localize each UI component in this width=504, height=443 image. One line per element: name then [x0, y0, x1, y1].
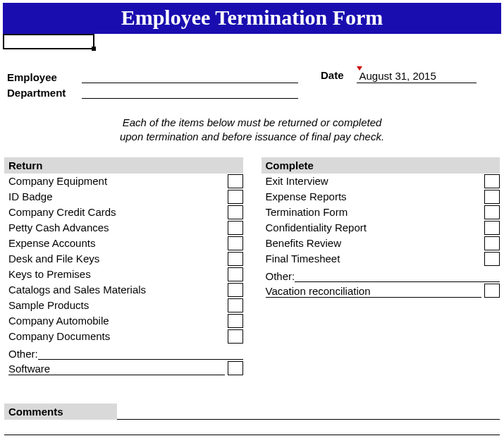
date-input-line[interactable]: August 31, 2015: [357, 69, 477, 83]
department-input-line[interactable]: [82, 85, 298, 99]
return-item-label: Desk and File Keys: [8, 253, 225, 265]
complete-item-label: Final Timesheet: [266, 253, 482, 265]
complete-other-label: Other:: [266, 270, 295, 282]
instructions-line2: upon termination and before issuance of …: [120, 131, 384, 142]
return-item-checkbox[interactable]: [228, 221, 243, 235]
comments-line-2[interactable]: [4, 420, 500, 435]
checklist-columns: Return Company EquipmentID BadgeCompany …: [4, 157, 500, 375]
complete-item-label: Expense Reports: [266, 190, 482, 202]
return-item-label: Expense Accounts: [8, 237, 225, 249]
return-item-checkbox[interactable]: [228, 205, 243, 219]
return-item-row: Sample Products: [4, 298, 243, 313]
return-items: Company EquipmentID BadgeCompany Credit …: [4, 174, 243, 344]
return-write-in-text[interactable]: Software: [8, 363, 225, 375]
return-item-row: Company Credit Cards: [4, 205, 243, 220]
complete-item-checkbox[interactable]: [484, 174, 500, 188]
complete-item-checkbox[interactable]: [484, 252, 500, 266]
complete-item-label: Confidentiality Report: [266, 222, 482, 233]
active-cell-outline[interactable]: [3, 34, 94, 49]
return-item-row: ID Badge: [4, 189, 243, 205]
return-item-row: Desk and File Keys: [4, 251, 243, 267]
complete-item-row: Benefits Review: [262, 236, 500, 251]
return-item-checkbox[interactable]: [228, 236, 243, 250]
instructions-line1: Each of the items below must be returned…: [123, 116, 382, 128]
form-title-bar: Employee Termination Form: [3, 3, 501, 34]
comments-label: Comments: [4, 403, 117, 420]
return-item-checkbox[interactable]: [228, 267, 243, 281]
return-item-row: Expense Accounts: [4, 236, 243, 251]
complete-item-checkbox[interactable]: [484, 190, 500, 204]
complete-item-label: Termination Form: [266, 206, 482, 218]
return-item-row: Company Equipment: [4, 174, 243, 189]
return-write-in-row: Software: [4, 360, 243, 375]
return-item-label: Petty Cash Advances: [8, 222, 225, 233]
return-item-checkbox[interactable]: [228, 329, 243, 344]
return-other-row: Other:: [4, 344, 243, 360]
return-header: Return: [4, 157, 243, 174]
complete-other-row: Other:: [262, 267, 500, 282]
department-field: Department: [7, 85, 298, 99]
date-field: Date August 31, 2015: [321, 69, 497, 100]
return-item-checkbox[interactable]: [228, 174, 243, 188]
return-item-label: Keys to Premises: [8, 268, 225, 280]
employee-label: Employee: [7, 71, 78, 83]
complete-item-label: Benefits Review: [266, 237, 482, 249]
return-item-label: Company Credit Cards: [8, 206, 225, 218]
return-item-checkbox[interactable]: [228, 190, 243, 204]
department-label: Department: [7, 87, 78, 99]
comments-section: Comments: [4, 403, 500, 435]
return-item-checkbox[interactable]: [228, 252, 243, 266]
return-item-label: Catalogs and Sales Materials: [8, 284, 225, 296]
return-column: Return Company EquipmentID BadgeCompany …: [4, 157, 243, 375]
return-item-row: Keys to Premises: [4, 267, 243, 282]
complete-header: Complete: [262, 157, 500, 174]
return-item-checkbox[interactable]: [228, 283, 243, 297]
return-item-row: Petty Cash Advances: [4, 220, 243, 236]
return-item-label: Company Automobile: [8, 315, 225, 327]
header-fields: Employee Department Date August 31, 2015: [7, 69, 497, 100]
complete-column: Complete Exit InterviewExpense ReportsTe…: [262, 157, 500, 375]
return-other-label: Other:: [8, 348, 38, 360]
complete-item-row: Expense Reports: [262, 189, 500, 205]
return-item-checkbox[interactable]: [228, 314, 243, 328]
return-other-line[interactable]: [38, 346, 243, 360]
form-title: Employee Termination Form: [121, 6, 383, 29]
return-item-label: Company Equipment: [8, 175, 225, 187]
complete-items: Exit InterviewExpense ReportsTermination…: [262, 174, 500, 267]
return-item-label: Company Documents: [8, 330, 225, 342]
complete-item-row: Confidentiality Report: [262, 220, 500, 236]
left-field-group: Employee Department: [7, 69, 298, 100]
comments-header-row: Comments: [4, 403, 500, 420]
comments-line-1[interactable]: [117, 404, 500, 420]
return-item-label: Sample Products: [8, 299, 225, 311]
cell-fill-handle[interactable]: [92, 47, 96, 51]
complete-item-label: Exit Interview: [266, 175, 482, 187]
complete-item-checkbox[interactable]: [484, 221, 500, 235]
return-item-label: ID Badge: [8, 190, 225, 202]
return-item-row: Catalogs and Sales Materials: [4, 282, 243, 298]
complete-write-in-text[interactable]: Vacation reconciliation: [266, 285, 482, 298]
date-value: August 31, 2015: [359, 70, 436, 82]
employee-field: Employee: [7, 69, 298, 83]
return-item-checkbox[interactable]: [228, 298, 243, 312]
complete-write-in-row: Vacation reconciliation: [262, 282, 500, 298]
employee-input-line[interactable]: [82, 69, 298, 83]
instructions-text: Each of the items below must be returned…: [25, 116, 479, 145]
return-item-row: Company Automobile: [4, 313, 243, 329]
return-write-in-checkbox[interactable]: [228, 361, 243, 375]
complete-item-row: Termination Form: [262, 205, 500, 220]
date-label: Date: [321, 69, 344, 81]
complete-other-line[interactable]: [295, 268, 500, 282]
complete-item-checkbox[interactable]: [484, 205, 500, 219]
complete-item-checkbox[interactable]: [484, 236, 500, 250]
complete-item-row: Exit Interview: [262, 174, 500, 189]
complete-item-row: Final Timesheet: [262, 251, 500, 267]
return-item-row: Company Documents: [4, 329, 243, 344]
complete-write-in-checkbox[interactable]: [484, 284, 500, 298]
